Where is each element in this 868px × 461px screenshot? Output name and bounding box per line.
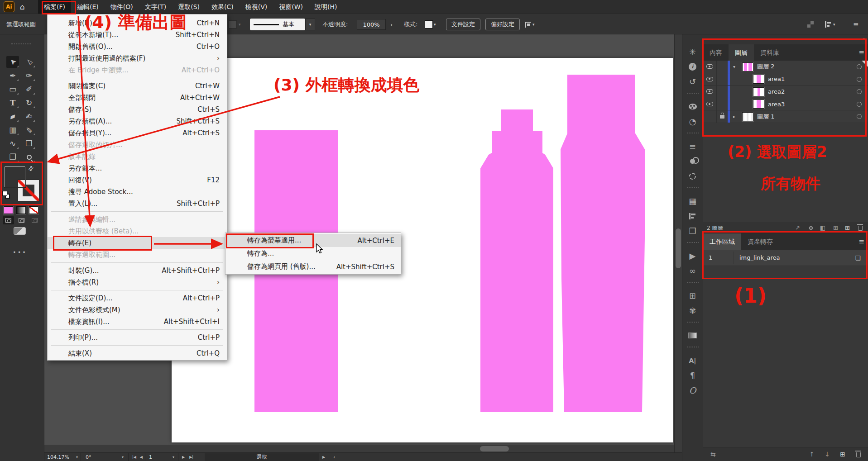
file-menu-item[interactable]: 新增(N)...Ctrl+N: [48, 17, 227, 29]
file-menu-item[interactable]: 從範本新增(T)...Shift+Ctrl+N: [48, 29, 227, 41]
align-icon[interactable]: [682, 209, 703, 223]
menubar-item[interactable]: 檢視(V): [240, 0, 273, 14]
screen-mode-button[interactable]: [14, 227, 26, 235]
lock-cell[interactable]: [717, 86, 728, 98]
dock-group-handle[interactable]: [687, 133, 699, 139]
menubar-item[interactable]: 說明(H): [309, 0, 343, 14]
color-button[interactable]: [4, 206, 13, 214]
controlbar-menu-icon[interactable]: ≡: [853, 14, 859, 35]
fill-swatch[interactable]: [5, 166, 25, 187]
home-icon[interactable]: ⌂: [20, 0, 25, 14]
target-circle-icon[interactable]: [857, 114, 862, 119]
file-menu-item[interactable]: 置入(L)...Shift+Ctrl+P: [48, 198, 227, 209]
opacity-expand-icon[interactable]: ›: [390, 14, 393, 35]
file-menu-item[interactable]: 另存新檔(A)...Shift+Ctrl+S: [48, 115, 227, 127]
menubar-item[interactable]: 選取(S): [172, 0, 206, 14]
layers-panel-menu-icon[interactable]: ≡: [858, 44, 864, 61]
draw-behind-button[interactable]: [16, 216, 27, 224]
export-submenu-item[interactable]: 儲存為網頁用 (舊版)...Alt+Shift+Ctrl+S: [225, 260, 401, 273]
layer-thumbnail[interactable]: [753, 75, 764, 84]
artboard-navigation-dropdown[interactable]: 1▾: [145, 453, 178, 461]
lock-cell[interactable]: [717, 110, 728, 123]
file-menu-item[interactable]: 搜尋 Adobe Stock...: [48, 186, 227, 198]
stroke-style-widget[interactable]: 基本 ▾: [250, 14, 315, 35]
dock-group-handle[interactable]: [687, 322, 699, 328]
paintbrush-tool-icon[interactable]: ✐: [23, 83, 35, 95]
file-menu-item[interactable]: 結束(X)Ctrl+Q: [48, 347, 227, 359]
tab-資產轉存[interactable]: 資產轉存: [741, 233, 779, 250]
file-menu-item[interactable]: 封裝(G)...Alt+Shift+Ctrl+P: [48, 265, 227, 276]
draw-inside-button[interactable]: [29, 216, 40, 224]
artboard-icon[interactable]: ❏: [855, 250, 861, 266]
none-button[interactable]: [29, 206, 38, 214]
layer-row[interactable]: ▸圖層 1: [703, 110, 868, 123]
dock-group-handle[interactable]: [687, 93, 699, 99]
default-fill-stroke-icon[interactable]: [2, 191, 10, 199]
transparency-icon[interactable]: [682, 154, 703, 169]
file-menu-item[interactable]: 儲存拷貝(Y)...Alt+Ctrl+S: [48, 127, 227, 139]
layer-row[interactable]: area2: [703, 86, 868, 98]
rearrange-artboards-icon[interactable]: ⇆: [710, 451, 716, 458]
brushes-icon[interactable]: ✾: [682, 303, 703, 318]
zoom-level-dropdown[interactable]: 104.17%▾: [44, 453, 81, 461]
visibility-cell[interactable]: [703, 73, 717, 86]
swatches-icon[interactable]: ⊞: [682, 288, 703, 303]
file-menu-item[interactable]: 另存範本...: [48, 162, 227, 174]
next-artboard-icon[interactable]: ▶▶|: [182, 453, 193, 461]
file-menu-item[interactable]: 文件設定(D)...Alt+Ctrl+P: [48, 292, 227, 304]
new-layer-icon[interactable]: ⊞: [845, 224, 850, 231]
layer-thumbnail[interactable]: [742, 112, 753, 121]
last-artboard-icon[interactable]: ▶|: [189, 455, 193, 459]
locate-object-icon[interactable]: ↗: [795, 224, 800, 231]
gradient-button[interactable]: [16, 206, 26, 214]
layer-expand-icon[interactable]: ▾: [733, 61, 735, 73]
transform-icon[interactable]: ▦: [682, 194, 703, 209]
toolbar-drag-handle[interactable]: [11, 43, 31, 44]
shape-builder-tool-icon[interactable]: ❒: [23, 138, 35, 149]
illustrator-logo[interactable]: Ai: [4, 1, 14, 12]
visibility-cell[interactable]: [703, 86, 717, 98]
lock-cell[interactable]: [717, 73, 728, 86]
file-menu-item[interactable]: 回復(V)F12: [48, 174, 227, 186]
layer-expand-icon[interactable]: ▸: [733, 110, 735, 123]
tab-圖層[interactable]: 圖層: [729, 44, 754, 61]
curvature-tool-icon[interactable]: ✑: [23, 70, 35, 81]
new-artboard-icon[interactable]: ⊞: [840, 451, 845, 458]
tab-工作區域[interactable]: 工作區域: [703, 233, 741, 250]
visibility-cell[interactable]: [703, 110, 717, 123]
shaper-tool-icon[interactable]: ✍: [23, 110, 35, 122]
tab-資料庫[interactable]: 資料庫: [754, 44, 786, 61]
character-icon[interactable]: A|: [682, 353, 703, 368]
edit-toolbar-icon[interactable]: •••: [13, 249, 27, 256]
file-menu-item[interactable]: 開啟舊檔(O)...Ctrl+O: [48, 41, 227, 52]
layer-name[interactable]: 圖層 2: [757, 61, 774, 73]
menubar-item[interactable]: 物件(O): [105, 0, 139, 14]
first-artboard-icon[interactable]: |◀◀: [129, 453, 143, 461]
file-menu-item[interactable]: 打開最近使用過的檔案(F)›: [48, 52, 227, 64]
align-options-icon[interactable]: ▾: [825, 14, 835, 35]
swap-fill-stroke-icon[interactable]: ⇄: [26, 164, 35, 173]
eraser-tool-icon[interactable]: ▰: [6, 110, 19, 122]
prev-artboard-icon[interactable]: ◀: [140, 455, 143, 459]
export-submenu-item[interactable]: 轉存為...: [225, 247, 401, 260]
color-icon[interactable]: [682, 99, 703, 114]
info-icon[interactable]: i: [682, 59, 703, 74]
document-setup-button[interactable]: 文件設定: [446, 19, 480, 30]
draw-normal-button[interactable]: [3, 216, 14, 224]
align-selection-dropdown[interactable]: ▾: [525, 14, 535, 35]
appearance-icon[interactable]: [682, 169, 703, 184]
file-menu-item[interactable]: 關閉檔案(C)Ctrl+W: [48, 80, 227, 92]
move-up-icon[interactable]: ↑: [809, 451, 815, 458]
stroke-style-dropdown-icon[interactable]: ▾: [305, 19, 315, 30]
target-circle-icon[interactable]: [857, 89, 862, 94]
layer-thumbnail[interactable]: [753, 100, 764, 109]
width-tool-icon[interactable]: ∿: [6, 138, 19, 149]
vertical-scrollbar[interactable]: [674, 34, 682, 452]
eyedropper-tool-icon[interactable]: ✎: [23, 124, 35, 136]
tab-內容[interactable]: 內容: [703, 44, 729, 61]
file-menu-item[interactable]: 儲存(S)Ctrl+S: [48, 104, 227, 115]
artboard-tool-icon[interactable]: ❐: [6, 151, 19, 163]
lock-cell[interactable]: [717, 98, 728, 110]
new-sublayer-icon[interactable]: ⊞: [833, 224, 838, 231]
clipping-mask-icon[interactable]: ◧: [820, 224, 825, 231]
